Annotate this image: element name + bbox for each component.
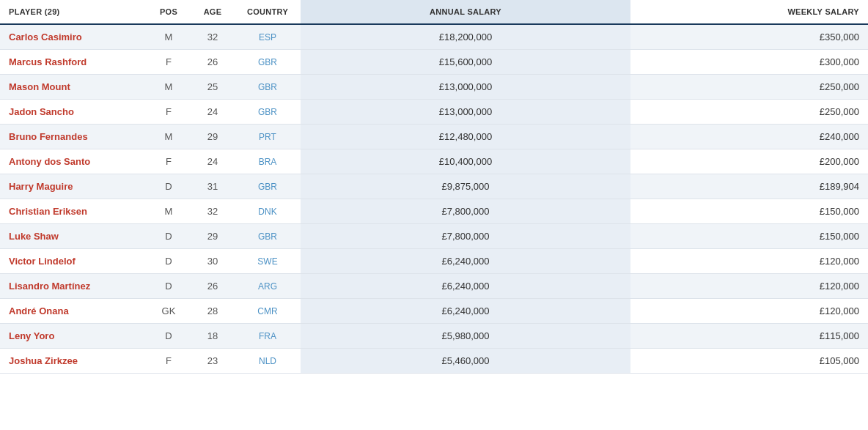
player-pos: M [147,75,191,100]
player-country: NLD [235,349,301,374]
table-row: Marcus Rashford F 26 GBR £15,600,000 £30… [0,50,868,75]
player-country: GBR [235,50,301,75]
table-row: Leny Yoro D 18 FRA £5,980,000 £115,000 [0,324,868,349]
player-weekly-salary: £115,000 [630,324,868,349]
table-row: André Onana GK 28 CMR £6,240,000 £120,00… [0,299,868,324]
player-weekly-salary: £120,000 [630,274,868,299]
player-age: 24 [191,149,235,174]
player-annual-salary: £12,480,000 [301,125,630,149]
player-annual-salary: £9,875,000 [301,174,630,199]
player-name[interactable]: Marcus Rashford [0,50,147,75]
player-weekly-salary: £300,000 [630,50,868,75]
player-age: 26 [191,274,235,299]
player-pos: D [147,174,191,199]
player-country: GBR [235,174,301,199]
table-row: Lisandro Martínez D 26 ARG £6,240,000 £1… [0,274,868,299]
player-name[interactable]: Victor Lindelof [0,249,147,274]
player-pos: M [147,199,191,224]
player-weekly-salary: £105,000 [630,349,868,374]
player-country: ESP [235,24,301,50]
player-annual-salary: £6,240,000 [301,249,630,274]
player-weekly-salary: £189,904 [630,174,868,199]
player-name[interactable]: André Onana [0,299,147,324]
table-row: Victor Lindelof D 30 SWE £6,240,000 £120… [0,249,868,274]
player-country: DNK [235,199,301,224]
player-age: 29 [191,125,235,149]
player-name[interactable]: Jadon Sancho [0,100,147,125]
col-header-country: COUNTRY [235,0,301,24]
col-header-annual-salary: ANNUAL SALARY [301,0,630,24]
player-country: GBR [235,75,301,100]
table-row: Harry Maguire D 31 GBR £9,875,000 £189,9… [0,174,868,199]
table-row: Jadon Sancho F 24 GBR £13,000,000 £250,0… [0,100,868,125]
player-name[interactable]: Carlos Casimiro [0,24,147,50]
player-country: GBR [235,224,301,249]
col-header-age: AGE [191,0,235,24]
player-name[interactable]: Joshua Zirkzee [0,349,147,374]
player-weekly-salary: £240,000 [630,125,868,149]
player-name[interactable]: Luke Shaw [0,224,147,249]
player-annual-salary: £5,980,000 [301,324,630,349]
player-name[interactable]: Lisandro Martínez [0,274,147,299]
col-header-player: PLAYER (29) [0,0,147,24]
player-weekly-salary: £250,000 [630,75,868,100]
player-pos: M [147,24,191,50]
player-country: PRT [235,125,301,149]
salary-table-container: PLAYER (29) POS AGE COUNTRY ANNUAL SALAR… [0,0,868,374]
player-name[interactable]: Harry Maguire [0,174,147,199]
table-row: Christian Eriksen M 32 DNK £7,800,000 £1… [0,199,868,224]
player-age: 30 [191,249,235,274]
player-age: 32 [191,24,235,50]
player-age: 23 [191,349,235,374]
player-country: SWE [235,249,301,274]
player-pos: D [147,274,191,299]
player-age: 29 [191,224,235,249]
col-header-pos: POS [147,0,191,24]
player-age: 32 [191,199,235,224]
player-annual-salary: £18,200,000 [301,24,630,50]
player-age: 31 [191,174,235,199]
player-annual-salary: £6,240,000 [301,274,630,299]
table-body: Carlos Casimiro M 32 ESP £18,200,000 £35… [0,24,868,374]
player-weekly-salary: £150,000 [630,224,868,249]
player-pos: D [147,249,191,274]
player-country: FRA [235,324,301,349]
table-header-row: PLAYER (29) POS AGE COUNTRY ANNUAL SALAR… [0,0,868,24]
player-pos: D [147,324,191,349]
player-annual-salary: £7,800,000 [301,199,630,224]
player-pos: F [147,149,191,174]
player-age: 25 [191,75,235,100]
player-weekly-salary: £350,000 [630,24,868,50]
player-weekly-salary: £120,000 [630,249,868,274]
table-row: Joshua Zirkzee F 23 NLD £5,460,000 £105,… [0,349,868,374]
player-country: GBR [235,100,301,125]
player-weekly-salary: £150,000 [630,199,868,224]
player-pos: F [147,100,191,125]
player-age: 18 [191,324,235,349]
player-pos: F [147,50,191,75]
player-country: CMR [235,299,301,324]
player-country: BRA [235,149,301,174]
player-annual-salary: £13,000,000 [301,100,630,125]
player-annual-salary: £13,000,000 [301,75,630,100]
player-name[interactable]: Mason Mount [0,75,147,100]
player-weekly-salary: £250,000 [630,100,868,125]
player-name[interactable]: Bruno Fernandes [0,125,147,149]
table-row: Mason Mount M 25 GBR £13,000,000 £250,00… [0,75,868,100]
table-row: Bruno Fernandes M 29 PRT £12,480,000 £24… [0,125,868,149]
player-name[interactable]: Antony dos Santo [0,149,147,174]
player-annual-salary: £6,240,000 [301,299,630,324]
player-name[interactable]: Leny Yoro [0,324,147,349]
salary-table: PLAYER (29) POS AGE COUNTRY ANNUAL SALAR… [0,0,868,374]
table-row: Luke Shaw D 29 GBR £7,800,000 £150,000 [0,224,868,249]
player-pos: F [147,349,191,374]
table-row: Antony dos Santo F 24 BRA £10,400,000 £2… [0,149,868,174]
player-age: 28 [191,299,235,324]
player-name[interactable]: Christian Eriksen [0,199,147,224]
table-row: Carlos Casimiro M 32 ESP £18,200,000 £35… [0,24,868,50]
player-pos: D [147,224,191,249]
player-country: ARG [235,274,301,299]
col-header-weekly-salary: WEEKLY SALARY [630,0,868,24]
player-weekly-salary: £120,000 [630,299,868,324]
player-annual-salary: £5,460,000 [301,349,630,374]
